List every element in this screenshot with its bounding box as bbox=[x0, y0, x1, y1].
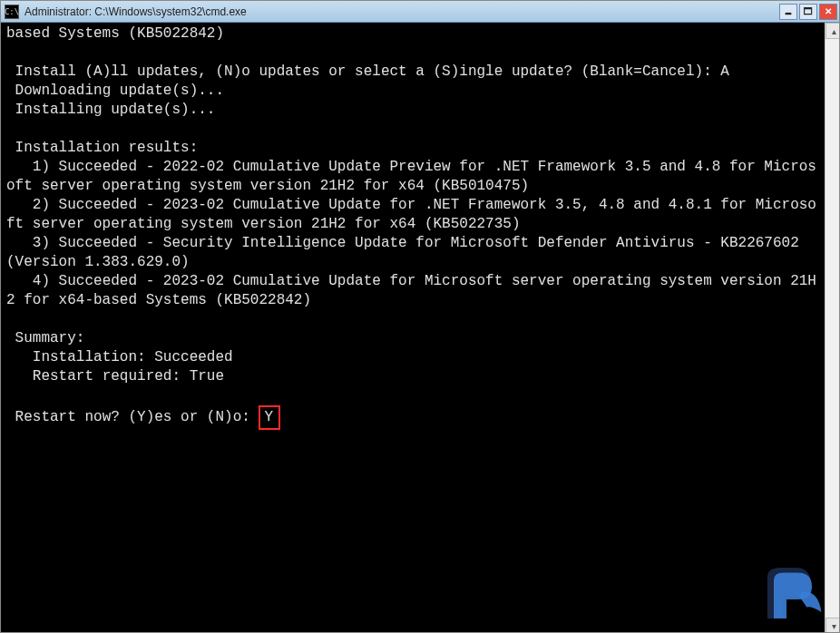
titlebar[interactable]: C:\ Administrator: C:\Windows\system32\c… bbox=[1, 1, 840, 23]
window-title: Administrator: C:\Windows\system32\cmd.e… bbox=[24, 5, 779, 18]
minimize-button[interactable]: 🗕 bbox=[779, 4, 797, 20]
console-line: 1) Succeeded - 2022-02 Cumulative Update… bbox=[6, 158, 819, 196]
restart-prompt-text: Restart now? (Y)es or (N)o: bbox=[6, 409, 259, 425]
console-line: 4) Succeeded - 2023-02 Cumulative Update… bbox=[6, 272, 819, 310]
console-line: Downloading update(s)... bbox=[6, 82, 819, 101]
console-line: based Systems (KB5022842) bbox=[6, 24, 819, 44]
console-line bbox=[6, 386, 819, 405]
vertical-scrollbar[interactable]: ▴ ▾ bbox=[825, 23, 840, 633]
console-line bbox=[6, 310, 819, 329]
window-controls: 🗕 🗖 ✕ bbox=[779, 4, 837, 20]
app-icon: C:\ bbox=[5, 5, 19, 19]
maximize-button[interactable]: 🗖 bbox=[799, 4, 817, 20]
cmd-window: C:\ Administrator: C:\Windows\system32\c… bbox=[1, 1, 840, 633]
restart-answer-highlight: Y bbox=[259, 405, 280, 430]
console-line: Restart required: True bbox=[6, 367, 819, 386]
close-button[interactable]: ✕ bbox=[819, 4, 837, 20]
scroll-track[interactable] bbox=[825, 39, 840, 618]
console-line: Installation: Succeeded bbox=[6, 348, 819, 367]
console-line: Installation results: bbox=[6, 139, 819, 158]
console-line: 2) Succeeded - 2023-02 Cumulative Update… bbox=[6, 196, 819, 234]
console-line: Summary: bbox=[6, 329, 819, 348]
console-line: Install (A)ll updates, (N)o updates or s… bbox=[6, 63, 819, 82]
console-line: 3) Succeeded - Security Intelligence Upd… bbox=[6, 234, 819, 272]
console-line bbox=[6, 120, 819, 139]
scroll-down-button[interactable]: ▾ bbox=[825, 618, 840, 633]
console-output[interactable]: based Systems (KB5022842) Install (A)ll … bbox=[1, 23, 825, 633]
console-area: based Systems (KB5022842) Install (A)ll … bbox=[1, 23, 840, 633]
scroll-up-button[interactable]: ▴ bbox=[825, 23, 840, 39]
console-line bbox=[6, 44, 819, 63]
console-line: Installing update(s)... bbox=[6, 101, 819, 120]
restart-prompt-line: Restart now? (Y)es or (N)o: Y bbox=[6, 405, 819, 430]
